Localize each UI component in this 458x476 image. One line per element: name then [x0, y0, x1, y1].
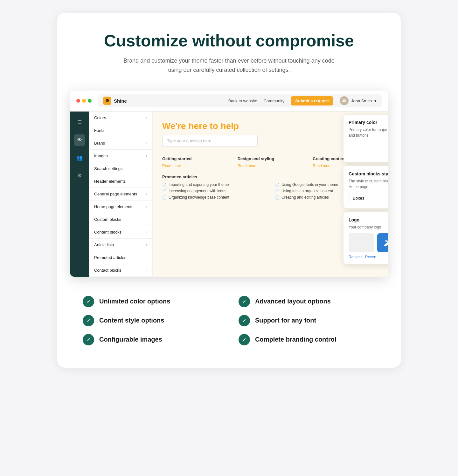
sidebar-dark: ☰ 👁 👥 ⚙ [70, 112, 89, 277]
chevron-right-icon-fonts: › [146, 128, 147, 132]
settings-item-label-images: Images [94, 153, 108, 158]
settings-item-promoted-articles[interactable]: Promoted articles › [89, 251, 152, 264]
settings-item-home[interactable]: Home page elements › [89, 201, 152, 213]
feature-label-3: Support for any font [255, 317, 316, 324]
settings-item-label-article-lists: Article lists [94, 242, 114, 247]
settings-item-label-search: Search settings [94, 166, 123, 171]
settings-item-brand[interactable]: Brand › [89, 137, 152, 150]
feature-label-5: Complete branding control [255, 336, 337, 343]
traffic-light-yellow [82, 99, 86, 103]
chevron-right-icon-home: › [146, 205, 147, 208]
settings-item-contact-blocks[interactable]: Contact blocks › [89, 264, 152, 277]
doc-icon: 📄 [275, 183, 280, 187]
replace-logo-link[interactable]: Replace [349, 255, 363, 259]
settings-item-label-brand: Brand [94, 141, 105, 146]
chevron-right-icon-promoted-articles: › [146, 255, 147, 259]
promoted-item-text: Creating and editing articles [281, 195, 329, 200]
settings-item-label-fonts: Fonts [94, 128, 105, 133]
settings-panel: Colors › Fonts › Brand › Images › Search… [89, 112, 153, 277]
page-title: Customize without compromise [70, 32, 388, 50]
promoted-item-text: Using Google fonts in your theme [281, 182, 338, 187]
chevron-down-icon: ▾ [374, 99, 377, 103]
browser-content: ☰ 👁 👥 ⚙ Colors › Fonts › Brand › [70, 112, 388, 277]
settings-item-general[interactable]: General page elements › [89, 188, 152, 201]
logo-image [377, 233, 388, 252]
sidebar-icon-menu[interactable]: ☰ [74, 117, 85, 128]
promoted-item-text: Organizing knowledge base content [169, 195, 229, 200]
article-col-title-design: Design and styling [238, 156, 303, 161]
sidebar-icon-settings[interactable]: ⚙ [74, 170, 85, 181]
traffic-light-red [76, 99, 80, 103]
browser-bar: ⚙ Shine Back to website Community Submit… [70, 91, 388, 112]
sidebar-icon-eye[interactable]: 👁 [74, 134, 85, 146]
check-icon-1: ✓ [239, 296, 250, 307]
community-link[interactable]: Community [264, 99, 285, 103]
search-placeholder-text: Type your question here... [162, 135, 258, 147]
custom-blocks-title: Custom blocks style [349, 171, 388, 176]
logo-preview [349, 233, 388, 252]
chevron-right-icon-contact-blocks: › [146, 268, 147, 272]
settings-item-colors[interactable]: Colors › [89, 112, 152, 124]
color-picker-row: ▾ [349, 141, 388, 157]
feature-label-2: Content style options [99, 317, 164, 324]
chevron-right-icon-images: › [146, 154, 147, 158]
feature-item-1: ✓ Advanced layout options [239, 296, 375, 307]
custom-blocks-dropdown[interactable]: Boxes ▾ [349, 193, 388, 203]
logo-svg [382, 236, 388, 249]
feature-item-0: ✓ Unlimited color options [83, 296, 219, 307]
chevron-right-icon-colors: › [146, 116, 147, 119]
sidebar-icon-users[interactable]: 👥 [74, 152, 85, 164]
main-content: We're here to help Type your question he… [153, 112, 388, 277]
settings-item-header[interactable]: Header elements › [89, 175, 152, 188]
submit-request-button[interactable]: Submit a request [291, 96, 333, 105]
read-more-design[interactable]: Read more → [238, 164, 303, 168]
primary-color-desc: Primary color for major navigational ele… [349, 127, 388, 138]
brand-icon: ⚙ [103, 97, 111, 105]
settings-item-fonts[interactable]: Fonts › [89, 124, 152, 137]
promoted-item: 📄 Importing and exporting your theme [162, 182, 266, 187]
custom-blocks-desc: The style of custom blocks to display on… [349, 178, 388, 190]
avatar: JS [340, 96, 349, 105]
settings-item-article-lists[interactable]: Article lists › [89, 239, 152, 251]
user-info: JS John Smith ▾ [340, 96, 377, 105]
check-icon-0: ✓ [83, 296, 94, 307]
browser-brand: ⚙ Shine [103, 97, 127, 105]
doc-icon: 📄 [275, 195, 280, 200]
promoted-col-left: 📄 Importing and exporting your theme 📄 I… [162, 182, 266, 201]
promoted-item-text: Importing and exporting your theme [169, 182, 229, 187]
settings-item-images[interactable]: Images › [89, 150, 152, 162]
settings-item-label-header: Header elements [94, 179, 126, 184]
chevron-right-icon-general: › [146, 192, 147, 196]
chevron-right-icon-header: › [146, 179, 147, 183]
doc-icon: 📄 [275, 189, 280, 193]
settings-item-search[interactable]: Search settings › [89, 162, 152, 175]
logo-placeholder [349, 233, 374, 252]
check-icon-2: ✓ [83, 315, 94, 326]
traffic-lights [76, 99, 92, 103]
page-subtitle: Brand and customize your theme faster th… [121, 56, 337, 75]
settings-item-custom-blocks[interactable]: Custom blocks › [89, 213, 152, 226]
feature-item-5: ✓ Complete branding control [239, 334, 375, 345]
settings-item-label-content-blocks: Content blocks [94, 230, 121, 235]
revert-logo-link[interactable]: Revert [365, 255, 376, 259]
promoted-item-text: Increasing engagement with icons [169, 189, 226, 193]
check-icon-4: ✓ [83, 334, 94, 345]
settings-item-label-contact-blocks: Contact blocks [94, 268, 121, 273]
user-name: John Smith [351, 99, 372, 103]
feature-item-3: ✓ Support for any font [239, 315, 375, 326]
promoted-item: 📄 Increasing engagement with icons [162, 189, 266, 193]
promoted-item: 📄 Organizing knowledge base content [162, 195, 266, 200]
back-to-website-link[interactable]: Back to website [228, 99, 257, 103]
chevron-right-icon-content-blocks: › [146, 230, 147, 234]
settings-item-label-colors: Colors [94, 115, 106, 120]
settings-item-label-general: General page elements [94, 192, 137, 196]
article-col-title-getting-started: Getting started [162, 156, 228, 161]
feature-item-4: ✓ Configurable images [83, 334, 219, 345]
settings-item-label-home: Home page elements [94, 204, 134, 209]
settings-item-content-blocks[interactable]: Content blocks › [89, 226, 152, 239]
browser-nav: ⚙ Shine Back to website Community Submit… [98, 94, 382, 107]
custom-blocks-card: Custom blocks style The style of custom … [344, 166, 388, 208]
read-more-getting-started[interactable]: Read more → [162, 164, 228, 168]
dropdown-selected-value: Boxes [353, 196, 364, 201]
article-col-getting-started: Getting started Read more → [162, 156, 228, 168]
